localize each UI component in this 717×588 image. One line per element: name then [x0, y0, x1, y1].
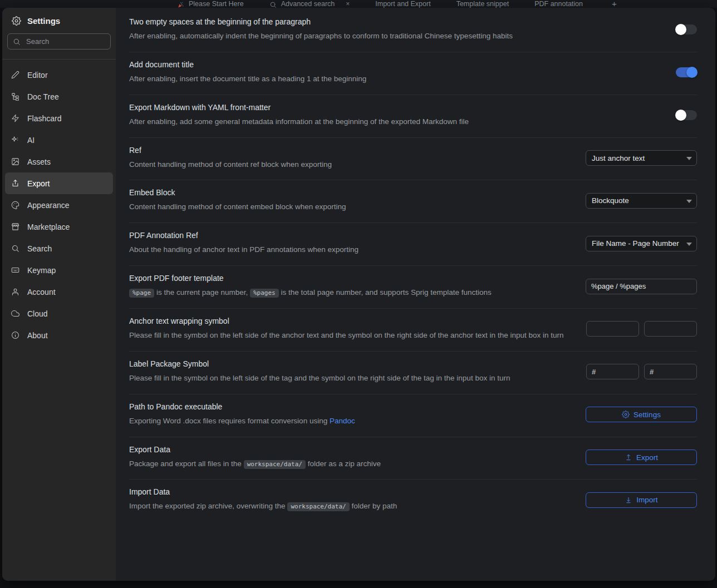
embed-block-select[interactable]: Blockquote — [586, 193, 697, 209]
settings-search-input[interactable] — [25, 37, 105, 46]
settings-row-yaml-front-matter: Export Markdown with YAML front-matterAf… — [129, 95, 697, 138]
pandoc-path-button[interactable]: Settings — [586, 407, 697, 422]
settings-dialog-header: Settings — [2, 8, 116, 32]
sidebar-item-editor[interactable]: Editor — [5, 64, 113, 86]
tab-bar: Please Start HereAdvanced search×Import … — [0, 0, 717, 8]
settings-row-pdf-annotation-ref: PDF Annotation RefAbout the handling of … — [129, 223, 697, 266]
pdf-footer-template-input[interactable] — [586, 279, 697, 294]
setting-description: Import the exported zip archive, overwri… — [129, 500, 572, 512]
tab-pdf-annotation[interactable]: PDF annotation — [534, 0, 583, 8]
settings-row-pandoc-path: Path to Pandoc executableExporting Word … — [129, 394, 697, 437]
setting-control — [586, 321, 697, 337]
store-icon — [11, 223, 19, 231]
tab-import-and-export[interactable]: Import and Export — [375, 0, 430, 8]
setting-title: Label Package Symbol — [129, 359, 572, 368]
image-icon — [11, 157, 19, 166]
sparkles-icon — [11, 136, 19, 144]
select-value: Blockquote — [592, 196, 684, 205]
settings-search-box[interactable] — [7, 33, 111, 50]
gear-icon — [622, 411, 630, 418]
setting-description: About the handling of anchor text in PDF… — [129, 244, 572, 256]
anchor-wrapping-symbol-input-left[interactable] — [586, 321, 639, 337]
tab-template-snippet[interactable]: Template snippet — [456, 0, 509, 8]
sidebar-item-label: Assets — [27, 157, 51, 166]
tab-label: PDF annotation — [534, 0, 583, 8]
sidebar-item-keymap[interactable]: Keymap — [5, 259, 113, 281]
paragraph-indent-toggle[interactable] — [676, 24, 697, 34]
row-text: PDF Annotation RefAbout the handling of … — [129, 231, 572, 256]
sidebar-item-about[interactable]: About — [5, 324, 113, 346]
sidebar-item-label: AI — [27, 136, 35, 145]
sidebar-item-appearance[interactable]: Appearance — [5, 194, 113, 216]
button-label: Import — [636, 496, 657, 504]
button-label: Export — [636, 453, 658, 462]
settings-row-label-package-symbol: Label Package SymbolPlease fill in the s… — [129, 352, 697, 394]
yaml-front-matter-toggle[interactable] — [676, 110, 697, 120]
description-text: Content handling method of content embed… — [129, 202, 346, 211]
pdf-annotation-ref-select[interactable]: File Name - Page Number — [586, 236, 697, 251]
row-text: Embed BlockContent handling method of co… — [129, 188, 572, 213]
start-here-icon — [177, 1, 184, 8]
sidebar-item-marketplace[interactable]: Marketplace — [5, 216, 113, 238]
info-icon — [11, 331, 19, 339]
close-icon[interactable]: × — [346, 0, 350, 8]
sidebar-nav: EditorDoc TreeFlashcardAIAssetsExportApp… — [2, 60, 116, 346]
add-document-title-toggle[interactable] — [676, 67, 697, 77]
tab-label: Please Start Here — [189, 0, 244, 8]
sidebar-item-export[interactable]: Export — [5, 172, 113, 194]
settings-row-ref: RefContent handling method of content re… — [129, 138, 697, 181]
settings-dialog: Settings EditorDoc TreeFlashcardAIAssets… — [2, 8, 715, 581]
settings-sidebar: Settings EditorDoc TreeFlashcardAIAssets… — [2, 8, 116, 581]
sidebar-item-cloud[interactable]: Cloud — [5, 303, 113, 324]
search-icon — [13, 38, 21, 46]
new-tab-button[interactable]: + — [612, 0, 617, 8]
setting-title: Export Data — [129, 445, 572, 454]
setting-control — [586, 67, 697, 77]
pandoc-link[interactable]: Pandoc — [330, 417, 355, 425]
setting-description: Content handling method of content ref b… — [129, 159, 572, 171]
setting-control — [586, 24, 697, 34]
anchor-wrapping-symbol-input-right[interactable] — [644, 321, 697, 337]
sidebar-item-label: Appearance — [27, 201, 70, 210]
sidebar-item-ai[interactable]: AI — [5, 129, 113, 151]
sidebar-item-search[interactable]: Search — [5, 238, 113, 259]
setting-title: Export Markdown with YAML front-matter — [129, 103, 572, 112]
sidebar-item-assets[interactable]: Assets — [5, 151, 113, 172]
description-text: After enabling, insert the document titl… — [129, 75, 366, 83]
cloud-icon — [11, 309, 19, 318]
row-text: Export Markdown with YAML front-matterAf… — [129, 103, 572, 128]
button-label: Settings — [633, 411, 661, 419]
import-data-button[interactable]: Import — [586, 492, 697, 508]
setting-description: After enabling, automatically indent the… — [129, 30, 572, 42]
select-value: Just anchor text — [592, 154, 684, 162]
label-package-symbol-input-left[interactable] — [586, 364, 639, 379]
sidebar-item-label: About — [27, 331, 48, 340]
description-text: Please fill in the symbol on the left si… — [129, 374, 510, 382]
sidebar-item-flashcard[interactable]: Flashcard — [5, 107, 113, 129]
tab-advanced-search[interactable]: Advanced search× — [269, 0, 350, 8]
label-package-symbol-input-right[interactable] — [644, 364, 697, 379]
select-value: File Name - Page Number — [592, 239, 684, 248]
setting-control: Blockquote — [586, 193, 697, 209]
settings-row-pdf-footer-template: Export PDF footer template%page is the c… — [129, 266, 697, 309]
sidebar-item-label: Doc Tree — [27, 92, 59, 101]
row-text: RefContent handling method of content re… — [129, 146, 572, 171]
toggle-knob — [686, 67, 698, 78]
setting-description: Please fill in the symbol on the left si… — [129, 372, 572, 384]
setting-title: Anchor text wrapping symbol — [129, 317, 572, 325]
sidebar-item-label: Cloud — [27, 309, 48, 318]
lightning-icon — [11, 114, 19, 122]
search-icon — [269, 1, 277, 8]
sidebar-item-doc-tree[interactable]: Doc Tree — [5, 86, 113, 107]
sidebar-item-account[interactable]: Account — [5, 281, 113, 303]
export-data-button[interactable]: Export — [586, 449, 697, 465]
pencil-icon — [11, 71, 19, 79]
setting-title: PDF Annotation Ref — [129, 231, 572, 240]
export-icon — [625, 453, 632, 461]
setting-control — [586, 110, 697, 120]
tab-please-start-here[interactable]: Please Start Here — [177, 0, 244, 8]
description-text: About the handling of anchor text in PDF… — [129, 245, 358, 254]
ref-select[interactable]: Just anchor text — [586, 150, 697, 166]
row-text: Anchor text wrapping symbolPlease fill i… — [129, 317, 572, 342]
description-text: is the total page number, and supports S… — [279, 288, 492, 297]
